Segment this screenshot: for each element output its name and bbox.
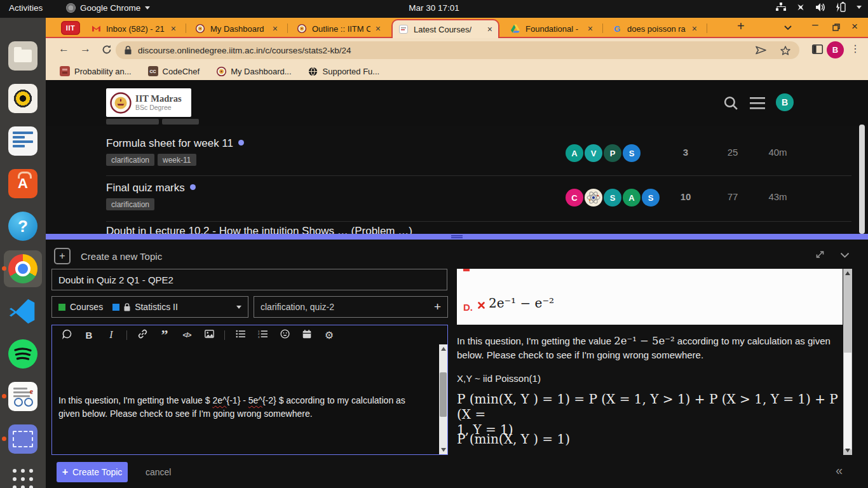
quiz-option-image[interactable]: D. 2e⁻¹ − e⁻² — [457, 269, 843, 325]
tab-latest-courses-active[interactable]: Latest Courses/ × — [391, 19, 499, 38]
close-icon[interactable]: × — [171, 24, 176, 34]
restore-button[interactable] — [832, 24, 840, 31]
tag[interactable]: clarification — [106, 154, 154, 166]
upload-image-icon[interactable] — [202, 330, 216, 340]
system-status-icons[interactable] — [776, 3, 862, 12]
topic-title-link[interactable]: Final quiz marks — [106, 182, 196, 194]
italic-icon[interactable]: I — [104, 329, 118, 341]
topic-title-input[interactable] — [51, 269, 447, 290]
topic-title-link[interactable]: Formula sheet for week 11 — [106, 137, 244, 150]
scrollbar-thumb[interactable] — [440, 372, 447, 417]
dock-item-vscode[interactable] — [8, 296, 38, 327]
topic-title-link[interactable]: Doubt in Lecture 10.2 - How the intuitio… — [106, 225, 412, 234]
dock-item-libreoffice[interactable] — [8, 126, 38, 156]
code-icon[interactable]: </> — [180, 331, 194, 339]
close-icon[interactable]: × — [588, 24, 593, 34]
numbered-list-icon[interactable]: 123 — [255, 330, 269, 340]
tags-input[interactable]: clarification, quiz-2 + — [254, 296, 448, 318]
bookmark-codechef[interactable]: CC CodeChef — [148, 66, 200, 76]
page-scrollbar-thumb[interactable] — [859, 125, 865, 234]
dock-item-chrome[interactable] — [8, 254, 38, 284]
options-gear-icon[interactable]: ⚙ — [322, 329, 336, 341]
tag[interactable]: clarification — [106, 198, 154, 210]
dock-item-app-grid[interactable] — [8, 464, 38, 488]
activity-time[interactable]: 40m — [759, 147, 797, 158]
bookmark-star-icon[interactable] — [780, 46, 790, 55]
preview-scrollbar[interactable] — [843, 269, 852, 455]
scroll-up-arrow[interactable] — [441, 347, 446, 351]
clock[interactable]: Mar 30 17:01 — [409, 3, 459, 13]
avatar[interactable]: S — [642, 189, 660, 207]
calendar-icon[interactable] — [300, 330, 314, 341]
tab-inbox[interactable]: Inbox (582) - 21 × — [85, 20, 182, 37]
dock-item-files[interactable] — [8, 41, 38, 71]
tag[interactable]: week-11 — [158, 154, 196, 166]
tab-search[interactable]: G does poisson ra × — [606, 20, 703, 37]
category-select[interactable]: Courses Statistics II — [51, 296, 248, 318]
new-tab-button[interactable]: + — [737, 19, 745, 33]
activity-time[interactable]: 43m — [759, 191, 797, 202]
cancel-link[interactable]: cancel — [146, 467, 171, 477]
close-icon[interactable]: × — [487, 24, 492, 34]
reload-button[interactable] — [102, 44, 112, 55]
tab-outline[interactable]: Outline :: IITM C × — [291, 20, 386, 37]
editor-scrollbar[interactable] — [439, 344, 447, 454]
quote-whole-post-icon[interactable] — [60, 329, 74, 341]
topic-row-clipped[interactable]: Doubt in Lecture 10.2 - How the intuitio… — [46, 225, 868, 234]
composer-grippie-handle[interactable] — [46, 234, 868, 240]
bulleted-list-icon[interactable] — [233, 330, 247, 340]
close-icon[interactable]: × — [692, 24, 697, 34]
avatar[interactable]: S — [623, 144, 641, 162]
minimize-button[interactable]: – — [812, 18, 818, 32]
browser-menu-icon[interactable]: ⋮ — [850, 43, 860, 55]
bookmark-dashboard[interactable]: My Dashboard... — [216, 66, 291, 76]
profile-avatar[interactable]: B — [827, 41, 844, 58]
collapse-preview-icon[interactable]: « — [836, 463, 843, 478]
hyperlink-icon[interactable] — [135, 329, 149, 341]
avatar[interactable]: V — [585, 144, 602, 162]
avatar[interactable]: A — [566, 144, 583, 162]
user-avatar[interactable]: B — [776, 93, 794, 111]
avatar[interactable]: S — [604, 189, 621, 207]
activities-button[interactable]: Activities — [9, 3, 43, 13]
site-logo[interactable]: IIT Madras BSc Degree — [106, 88, 191, 117]
side-panel-icon[interactable] — [812, 44, 823, 54]
emoji-icon[interactable] — [278, 329, 292, 341]
editor-textarea[interactable]: In this question, I'm getting the value … — [52, 344, 439, 454]
expand-composer-icon[interactable] — [815, 250, 825, 259]
avatar-atom-image[interactable] — [585, 189, 602, 207]
hamburger-menu-icon[interactable] — [750, 97, 765, 109]
replies-count[interactable]: 3 — [667, 147, 705, 158]
search-icon[interactable] — [723, 95, 739, 111]
scroll-up-arrow[interactable] — [845, 271, 850, 275]
bookmark-probability[interactable]: Probability an... — [60, 66, 132, 76]
tab-dashboard[interactable]: My Dashboard × — [189, 20, 283, 37]
dock-item-software[interactable]: A — [8, 168, 38, 199]
collapse-composer-chevron-icon[interactable] — [840, 252, 850, 258]
dock-item-rhythmbox[interactable] — [8, 83, 38, 114]
send-icon[interactable] — [756, 46, 766, 55]
close-icon[interactable]: × — [273, 24, 278, 34]
tab-foundational[interactable]: Foundational - × — [505, 20, 599, 37]
app-menu[interactable]: Google Chrome — [66, 3, 150, 13]
bookmark-supported[interactable]: Supported Fu... — [308, 66, 380, 76]
scrollbar-thumb[interactable] — [844, 353, 851, 449]
close-window-button[interactable]: × — [851, 20, 858, 34]
replies-count[interactable]: 10 — [667, 191, 705, 202]
blockquote-icon[interactable]: ” — [158, 332, 172, 338]
scroll-down-arrow[interactable] — [845, 449, 850, 452]
avatar[interactable]: C — [566, 189, 583, 207]
scroll-down-arrow[interactable] — [441, 448, 446, 452]
avatar[interactable]: P — [604, 144, 621, 162]
forward-button[interactable]: → — [80, 43, 91, 55]
address-bar[interactable]: discourse.onlinedegree.iitm.ac.in/c/cour… — [116, 41, 799, 59]
close-icon[interactable]: × — [376, 24, 381, 34]
pinned-tab-iitm[interactable]: IIT — [61, 21, 80, 35]
tab-search-chevron[interactable] — [784, 25, 792, 30]
dock-item-reader[interactable]: e — [8, 381, 38, 412]
dock-item-screenshot[interactable] — [8, 424, 38, 454]
dock-item-spotify[interactable] — [8, 339, 38, 369]
bold-icon[interactable]: B — [82, 330, 96, 341]
create-topic-button[interactable]: + Create Topic — [57, 462, 128, 482]
avatar[interactable]: A — [623, 189, 641, 207]
